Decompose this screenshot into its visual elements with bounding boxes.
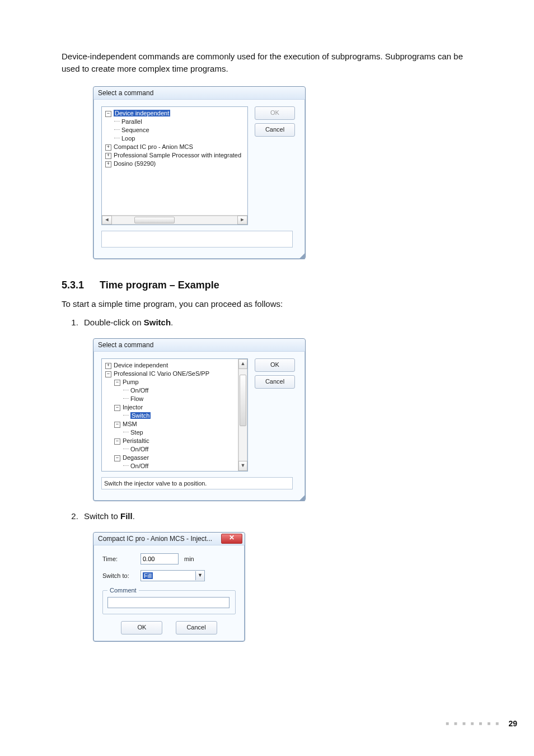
tree-node[interactable]: Degasser: [123, 454, 149, 461]
tree-node[interactable]: Compact IC pro - Anion MCS: [114, 143, 193, 150]
tree-node[interactable]: Sequence: [121, 127, 149, 133]
tree-node[interactable]: MCS: [123, 471, 136, 472]
comment-group: Comment: [102, 587, 236, 614]
expand-icon[interactable]: [105, 363, 111, 369]
tree-node[interactable]: Device independent: [114, 362, 168, 368]
tree-node[interactable]: Dosino (59290): [114, 160, 156, 167]
scroll-thumb[interactable]: [134, 217, 175, 223]
switch-to-select[interactable]: Fill ▼: [140, 570, 205, 581]
time-input[interactable]: [140, 553, 179, 564]
scroll-up-icon[interactable]: ▲: [238, 359, 247, 369]
expand-icon[interactable]: [105, 161, 111, 167]
collapse-icon[interactable]: [114, 405, 120, 411]
select-value: Fill: [143, 572, 153, 579]
tree-node[interactable]: MSM: [123, 421, 137, 427]
cancel-button[interactable]: Cancel: [176, 621, 217, 634]
tree-node[interactable]: On/Off: [130, 387, 148, 394]
switch-parameter-dialog: Compact IC pro - Anion MCS - Inject... ✕…: [93, 532, 245, 642]
dialog-title: Select a command: [93, 339, 305, 352]
scroll-thumb[interactable]: [240, 375, 246, 426]
resize-grip-icon[interactable]: ◢: [93, 253, 305, 259]
expand-icon[interactable]: [105, 153, 111, 159]
scroll-right-icon[interactable]: ►: [237, 216, 247, 225]
tree-node[interactable]: Flow: [130, 395, 143, 402]
time-unit: min: [184, 556, 194, 562]
heading-number: 5.3.1: [62, 279, 84, 291]
close-button[interactable]: ✕: [221, 534, 242, 544]
cancel-button[interactable]: Cancel: [255, 375, 295, 389]
scroll-left-icon[interactable]: ◄: [102, 216, 112, 225]
tree-node[interactable]: Injector: [123, 404, 143, 410]
dialog-title: Compact IC pro - Anion MCS - Inject...: [98, 533, 212, 545]
time-label: Time:: [102, 556, 135, 562]
select-command-dialog-2: Select a command Device independent Prof…: [93, 338, 306, 501]
collapse-icon[interactable]: [114, 380, 120, 386]
collapse-icon[interactable]: [105, 111, 111, 117]
step-1: Double-click on Switch.: [81, 318, 472, 327]
resize-grip-icon[interactable]: ◢: [93, 495, 305, 501]
horizontal-scrollbar[interactable]: ◄ ►: [102, 215, 247, 225]
comment-input[interactable]: [107, 597, 229, 608]
tree-node[interactable]: Loop: [121, 135, 135, 142]
collapse-icon[interactable]: [114, 438, 120, 445]
tree-node-selected[interactable]: Switch: [130, 412, 151, 419]
dialog-title: Select a command: [93, 87, 305, 100]
tree-node[interactable]: Parallel: [121, 118, 142, 125]
tree-node[interactable]: Professional Sample Processor with integ…: [114, 152, 241, 158]
ok-button[interactable]: OK: [255, 358, 295, 372]
switch-to-label: Switch to:: [102, 572, 135, 579]
tree-node[interactable]: Professional IC Vario ONE/SeS/PP: [114, 370, 209, 377]
ok-button[interactable]: OK: [121, 621, 162, 634]
collapse-icon[interactable]: [105, 371, 111, 377]
cancel-button[interactable]: Cancel: [255, 123, 295, 137]
tree-node[interactable]: On/Off: [130, 463, 148, 469]
ok-button[interactable]: OK: [255, 106, 295, 120]
tree-node[interactable]: On/Off: [130, 446, 148, 452]
tree-node-selected[interactable]: Device independent: [114, 110, 170, 116]
tree-node[interactable]: Peristaltic: [123, 437, 149, 444]
tree-node[interactable]: Pump: [123, 379, 139, 385]
subparagraph: To start a simple time program, you can …: [62, 298, 472, 310]
collapse-icon[interactable]: [114, 455, 120, 461]
section-heading: 5.3.1Time program – Example: [62, 279, 472, 291]
vertical-scrollbar[interactable]: ▲ ▼: [238, 359, 247, 471]
hint-box: [101, 231, 293, 248]
tree-node[interactable]: Step: [130, 429, 143, 436]
intro-paragraph: Device-independent commands are commonly…: [62, 50, 472, 75]
expand-icon[interactable]: [105, 144, 111, 151]
select-command-dialog-1: Select a command Device independent Para…: [93, 86, 306, 259]
command-tree[interactable]: Device independent Professional IC Vario…: [101, 358, 248, 472]
page-number: 29: [508, 719, 517, 728]
collapse-icon[interactable]: [114, 422, 120, 428]
command-tree[interactable]: Device independent Parallel Sequence Loo…: [101, 106, 248, 225]
heading-text: Time program – Example: [100, 279, 219, 291]
scroll-down-icon[interactable]: ▼: [238, 461, 247, 471]
step-2: Switch to Fill.: [81, 511, 472, 521]
comment-legend: Comment: [107, 587, 139, 594]
chevron-down-icon[interactable]: ▼: [195, 571, 204, 580]
hint-box: Switch the injector valve to a position.: [101, 477, 293, 489]
footer-dots: ■ ■ ■ ■ ■ ■ ■: [446, 720, 500, 726]
